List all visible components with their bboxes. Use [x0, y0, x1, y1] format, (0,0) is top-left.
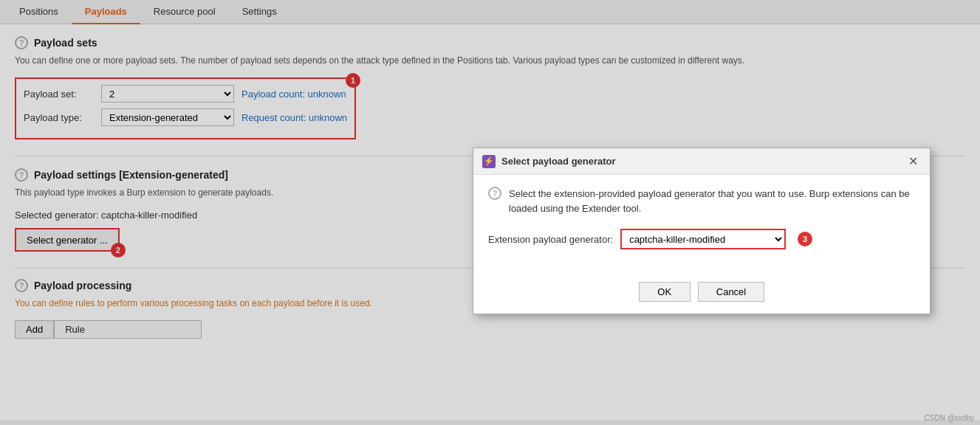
modal-title: Select payload generator [501, 156, 616, 167]
modal-header: ⚡ Select payload generator ✕ [473, 148, 930, 175]
modal-gen-select-wrapper: captcha-killer-modified [620, 229, 786, 249]
modal-close-button[interactable]: ✕ [905, 154, 921, 168]
modal-ok-button[interactable]: OK [639, 282, 691, 302]
modal-desc-row: ? Select the extension-provided payload … [488, 187, 915, 215]
modal-body: ? Select the extension-provided payload … [473, 175, 930, 276]
modal-title-row: ⚡ Select payload generator [482, 155, 616, 168]
modal-gen-select[interactable]: captcha-killer-modified [622, 230, 784, 248]
modal-footer: OK Cancel [473, 276, 930, 314]
modal-dialog: ⚡ Select payload generator ✕ ? Select th… [473, 148, 931, 314]
modal-gen-label: Extension payload generator: [488, 234, 613, 245]
modal-cancel-button[interactable]: Cancel [698, 282, 764, 302]
badge-3: 3 [798, 232, 812, 246]
modal-description: Select the extension-provided payload ge… [509, 187, 915, 215]
modal-form-row: Extension payload generator: captcha-kil… [488, 229, 915, 249]
modal-lightning-icon: ⚡ [482, 155, 496, 168]
modal-overlay: ⚡ Select payload generator ✕ ? Select th… [0, 0, 980, 425]
modal-help-icon: ? [488, 187, 501, 200]
